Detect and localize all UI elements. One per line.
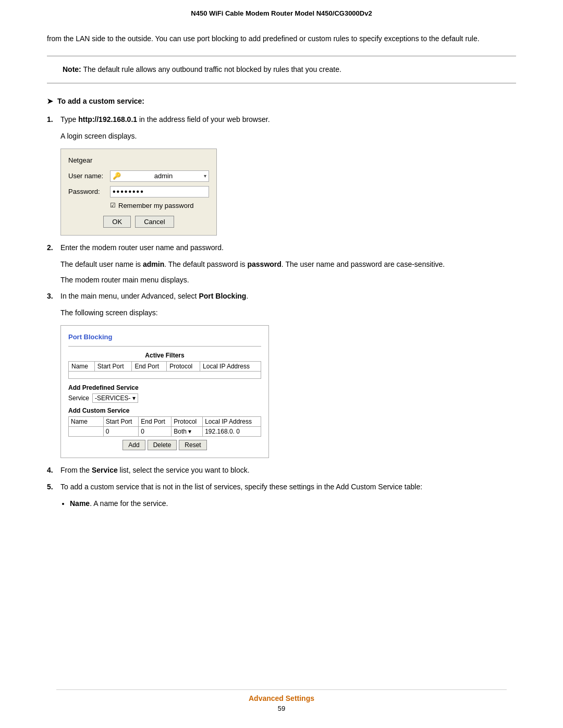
step-4-num: 4. [47,464,60,476]
step-3-subtext: The following screen displays: [60,307,516,318]
pb-custom-end-cell: 0 [139,426,172,436]
note-box: Note: The default rule allows any outbou… [47,56,516,83]
intro-text: from the LAN side to the outside. You ca… [47,33,516,44]
dialog-password-label: Password: [68,188,110,195]
pb-custom-ip-cell: 192.168.0. 0 [203,426,261,436]
page-header: N450 WiFi Cable Modem Router Model N450/… [0,0,563,22]
step-2-para1: The default user name is admin. The defa… [60,258,516,270]
step-3-text: In the main menu, under Advanced, select… [60,290,516,302]
step-2-para2: The modem router main menu displays. [60,274,516,286]
pb-service-select[interactable]: -SERVICES- ▾ [92,393,138,403]
pb-table-header-row: Name Start Port End Port Protocol Local … [69,361,261,371]
step-1-num: 1. [47,114,60,125]
step-3-num: 3. [47,290,60,302]
pb-custom-col-proto: Protocol [172,416,203,426]
step-5-text: To add a custom service that is not in t… [60,481,516,492]
step-2-num: 2. [47,242,60,253]
pb-add-button[interactable]: Add [123,440,145,450]
dialog-buttons: OK Cancel [68,216,209,228]
dialog-remember-label: Remember my password [118,202,194,209]
dialog-username-row: User name: 🔑 admin ▾ [68,170,209,182]
step-5: 5. To add a custom service that is not i… [47,481,516,492]
step-4-text: From the Service list, select the servic… [60,464,516,476]
port-blocking-screenshot: Port Blocking Active Filters Name Start … [60,325,269,458]
dialog-user-icon: 🔑 [113,172,121,180]
pb-add-predefined-label: Add Predefined Service [68,384,261,391]
bullet-item-1: Name. A name for the service. [70,498,516,510]
pb-separator [68,346,261,347]
pb-add-custom-label: Add Custom Service [68,407,261,414]
footer-page: 59 [0,705,563,712]
section-heading: ➤ To add a custom service: [47,97,516,105]
pb-bottom-buttons: Add Delete Reset [68,440,261,450]
step-1-url: http://192.168.0.1 [78,115,137,124]
page-footer: Advanced Settings 59 [0,689,563,712]
pb-delete-button[interactable]: Delete [148,440,177,450]
step-2-password: password [248,260,282,268]
dialog-cancel-button[interactable]: Cancel [135,216,174,228]
dialog-username-value: admin [154,172,173,180]
dropdown-arrow-icon: ▾ [204,173,206,179]
step-2-admin: admin [143,260,164,268]
pb-service-row: Service -SERVICES- ▾ [68,393,261,403]
dialog-password-input: •••••••• [110,186,209,198]
dialog-title: Netgear [68,156,209,164]
pb-col-name: Name [69,361,95,371]
pb-active-filters-label: Active Filters [68,352,261,359]
pb-custom-col-end: End Port [139,416,172,426]
dialog-password-dots: •••••••• [113,187,144,196]
note-text: The default rule allows any outbound tra… [81,65,341,73]
pb-custom-col-name: Name [69,416,104,426]
pb-custom-service-table: Name Start Port End Port Protocol Local … [68,416,261,437]
header-title: N450 WiFi Cable Modem Router Model N450/… [191,9,372,17]
pb-custom-col-start: Start Port [103,416,139,426]
section-title: To add a custom service: [57,97,144,105]
step-4-service-bold: Service [92,466,118,474]
pb-custom-name-cell[interactable] [69,426,104,436]
pb-custom-name-input[interactable] [71,428,97,435]
pb-custom-data-row: 0 0 Both ▾ 192.168.0. 0 [69,426,261,436]
bullet-name-bold: Name [70,499,90,508]
dialog-username-input: 🔑 admin ▾ [110,170,209,182]
pb-service-value: -SERVICES- [95,394,130,402]
login-dialog-screenshot: Netgear User name: 🔑 admin ▾ Password: •… [60,149,217,236]
dialog-ok-button[interactable]: OK [103,216,131,228]
pb-col-start-port: Start Port [94,361,132,371]
pb-col-end-port: End Port [132,361,167,371]
step-2-text: Enter the modem router user name and pas… [60,242,516,253]
pb-protocol-arrow: ▾ [188,428,191,435]
pb-service-dropdown-arrow: ▾ [132,394,136,402]
pb-active-filters-table: Name Start Port End Port Protocol Local … [68,361,261,379]
pb-col-protocol: Protocol [167,361,200,371]
pb-custom-proto-cell: Both ▾ [172,426,203,436]
pb-custom-start-cell: 0 [103,426,139,436]
pb-protocol-value: Both [174,428,187,435]
step-3-port-blocking: Port Blocking [199,292,246,300]
dialog-username-label: User name: [68,172,110,180]
note-label: Note: [63,65,81,73]
step-4: 4. From the Service list, select the ser… [47,464,516,476]
page-content: from the LAN side to the outside. You ca… [0,22,563,554]
pb-custom-header-row: Name Start Port End Port Protocol Local … [69,416,261,426]
step-1-text: Type http://192.168.0.1 in the address f… [60,114,516,125]
dialog-password-row: Password: •••••••• [68,186,209,198]
step-1: 1. Type http://192.168.0.1 in the addres… [47,114,516,125]
dialog-remember-checkbox: ☑ [110,202,116,209]
pb-table-empty-row [69,371,261,378]
pb-custom-col-ip: Local IP Address [203,416,261,426]
pb-reset-button[interactable]: Reset [179,440,206,450]
footer-label: Advanced Settings [56,689,507,702]
step-1-subtext: A login screen displays. [60,130,516,142]
pb-col-local-ip: Local IP Address [200,361,261,371]
pb-service-label: Service [68,394,89,402]
steps-list: 1. Type http://192.168.0.1 in the addres… [47,114,516,510]
bullet-list: Name. A name for the service. [70,498,516,510]
step-3: 3. In the main menu, under Advanced, sel… [47,290,516,302]
pb-title: Port Blocking [68,333,261,341]
step-2: 2. Enter the modem router user name and … [47,242,516,253]
section-arrow: ➤ [47,97,53,105]
step-5-num: 5. [47,481,60,492]
dialog-remember-row: ☑ Remember my password [110,202,209,209]
